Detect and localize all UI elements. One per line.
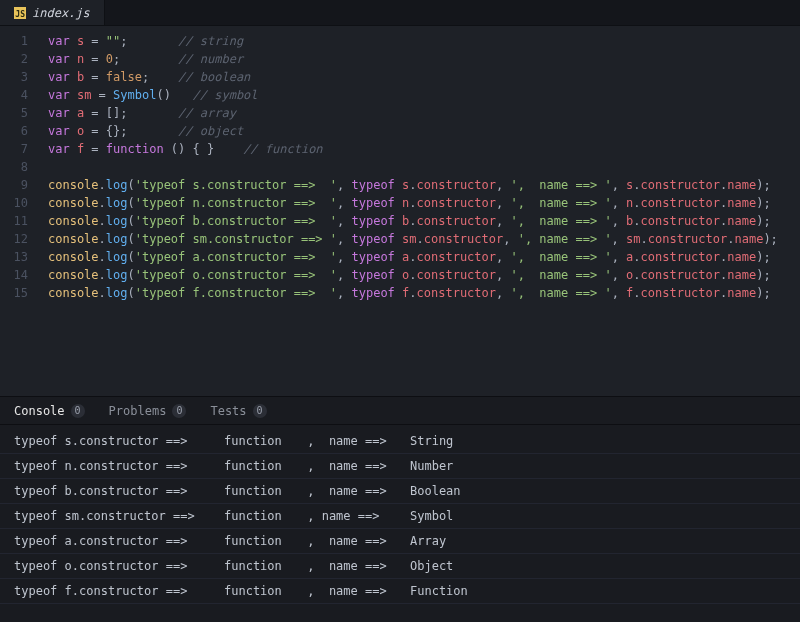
line-number: 6 — [0, 122, 28, 140]
panel-tab-label: Console — [14, 404, 65, 418]
line-number: 13 — [0, 248, 28, 266]
line-number-gutter: 123456789101112131415 — [0, 26, 38, 396]
code-line[interactable]: console.log('typeof f.constructor ==> ',… — [48, 284, 800, 302]
output-panel: Console0Problems0Tests0 typeof s.constru… — [0, 396, 800, 622]
code-line[interactable]: console.log('typeof b.constructor ==> ',… — [48, 212, 800, 230]
code-line[interactable]: var b = false; // boolean — [48, 68, 800, 86]
line-number: 9 — [0, 176, 28, 194]
console-row: typeof sm.constructor ==> function , nam… — [0, 504, 800, 529]
line-number: 7 — [0, 140, 28, 158]
code-line[interactable]: var s = ""; // string — [48, 32, 800, 50]
code-line[interactable]: var a = []; // array — [48, 104, 800, 122]
count-badge: 0 — [71, 404, 85, 418]
console-row: typeof o.constructor ==> function , name… — [0, 554, 800, 579]
count-badge: 0 — [172, 404, 186, 418]
code-line[interactable]: console.log('typeof a.constructor ==> ',… — [48, 248, 800, 266]
panel-tab-label: Tests — [210, 404, 246, 418]
code-line[interactable]: console.log('typeof o.constructor ==> ',… — [48, 266, 800, 284]
console-row: typeof a.constructor ==> function , name… — [0, 529, 800, 554]
console-row: typeof f.constructor ==> function , name… — [0, 579, 800, 604]
panel-tab-console[interactable]: Console0 — [14, 404, 85, 418]
console-row: typeof s.constructor ==> function , name… — [0, 429, 800, 454]
code-area[interactable]: var s = ""; // stringvar n = 0; // numbe… — [38, 26, 800, 396]
file-tab-label: index.js — [32, 6, 90, 20]
count-badge: 0 — [253, 404, 267, 418]
line-number: 4 — [0, 86, 28, 104]
code-line[interactable]: console.log('typeof sm.constructor ==> '… — [48, 230, 800, 248]
line-number: 12 — [0, 230, 28, 248]
line-number: 14 — [0, 266, 28, 284]
code-line[interactable]: var sm = Symbol() // symbol — [48, 86, 800, 104]
line-number: 5 — [0, 104, 28, 122]
line-number: 15 — [0, 284, 28, 302]
code-editor[interactable]: 123456789101112131415 var s = ""; // str… — [0, 26, 800, 396]
line-number: 11 — [0, 212, 28, 230]
code-line[interactable]: var f = function () { } // function — [48, 140, 800, 158]
code-line[interactable]: console.log('typeof n.constructor ==> ',… — [48, 194, 800, 212]
console-row: typeof b.constructor ==> function , name… — [0, 479, 800, 504]
panel-tabbar: Console0Problems0Tests0 — [0, 397, 800, 425]
line-number: 1 — [0, 32, 28, 50]
javascript-file-icon: JS — [14, 7, 26, 19]
code-line[interactable]: var n = 0; // number — [48, 50, 800, 68]
console-output[interactable]: typeof s.constructor ==> function , name… — [0, 425, 800, 622]
file-tabbar: JS index.js — [0, 0, 800, 26]
line-number: 2 — [0, 50, 28, 68]
line-number: 10 — [0, 194, 28, 212]
console-row: typeof n.constructor ==> function , name… — [0, 454, 800, 479]
panel-tab-tests[interactable]: Tests0 — [210, 404, 266, 418]
panel-tab-problems[interactable]: Problems0 — [109, 404, 187, 418]
panel-tab-label: Problems — [109, 404, 167, 418]
file-tab-index-js[interactable]: JS index.js — [0, 0, 105, 25]
code-line[interactable] — [48, 158, 800, 176]
line-number: 3 — [0, 68, 28, 86]
code-line[interactable]: console.log('typeof s.constructor ==> ',… — [48, 176, 800, 194]
line-number: 8 — [0, 158, 28, 176]
code-line[interactable]: var o = {}; // object — [48, 122, 800, 140]
